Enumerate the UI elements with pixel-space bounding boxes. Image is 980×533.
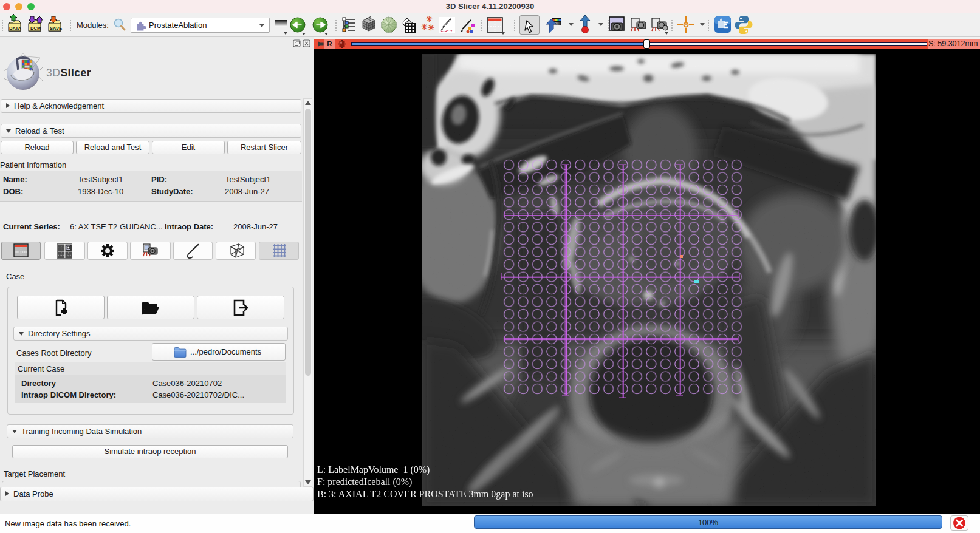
svg-text:✳: ✳ [428,23,434,32]
svg-text:SAVE: SAVE [50,25,62,31]
svg-text:DCM: DCM [30,25,41,31]
svg-text:DATA: DATA [9,25,21,31]
svg-text:3DSlicer: 3DSlicer [46,67,91,79]
svg-text:✳: ✳ [421,22,428,32]
